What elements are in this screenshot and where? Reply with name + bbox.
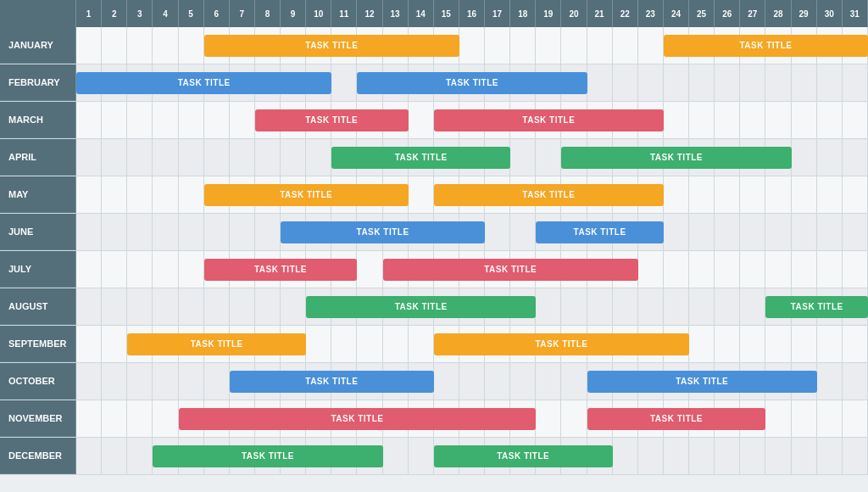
grid-cell [485,363,510,400]
grid-cell [689,326,715,362]
task-bar[interactable]: TASK TITLE [765,296,868,318]
gantt-row-august: AUGUSTTASK TITLETASK TITLE [0,288,868,326]
task-bar[interactable]: TASK TITLE [255,109,409,131]
grid-cell [765,102,791,138]
grid-cell [383,326,409,362]
grid-cell [561,288,587,325]
gantt-row-november: NOVEMBERTASK TITLETASK TITLE [0,400,868,438]
day-header-4: 4 [153,0,178,27]
task-bar[interactable]: TASK TITLE [587,408,766,430]
task-bar[interactable]: TASK TITLE [434,184,664,206]
day-header-13: 13 [383,0,409,27]
gantt-row-september: SEPTEMBERTASK TITLETASK TITLE [0,326,868,363]
grid-cell [664,214,689,250]
task-bar[interactable]: TASK TITLE [230,371,434,393]
month-label-november: NOVEMBER [0,400,76,437]
grid-cell [204,363,230,400]
day-header-10: 10 [306,0,331,27]
grid-cell [331,64,357,101]
grid-cell [792,326,817,362]
task-bar[interactable]: TASK TITLE [561,147,791,169]
grid-cell [689,176,715,213]
grid-cell [536,139,561,176]
grid-cell [817,64,843,101]
grid-cell [536,27,561,64]
task-bar[interactable]: TASK TITLE [153,445,382,467]
day-header-8: 8 [255,0,281,27]
task-bar[interactable]: TASK TITLE [536,221,664,243]
day-header-14: 14 [409,0,434,27]
task-bar[interactable]: TASK TITLE [383,259,638,281]
task-bar[interactable]: TASK TITLE [179,408,537,430]
grid-cell [76,288,102,325]
grid-cell [127,139,153,176]
row-grid-april: TASK TITLETASK TITLE [76,139,868,176]
day-header-26: 26 [715,0,740,27]
day-header-28: 28 [765,0,791,27]
task-bar[interactable]: TASK TITLE [664,35,868,57]
grid-cell [357,326,382,362]
grid-cell [817,400,843,437]
task-bar[interactable]: TASK TITLE [204,35,459,57]
gantt-row-december: DECEMBERTASK TITLETASK TITLE [0,438,868,475]
grid-cell [127,438,153,474]
task-bar[interactable]: TASK TITLE [306,296,536,318]
day-header-2: 2 [102,0,127,27]
grid-cell [331,326,357,362]
task-bar[interactable]: TASK TITLE [76,72,331,94]
grid-cell [102,288,127,325]
gantt-chart: 1234567891011121314151617181920212223242… [0,0,868,492]
grid-cell [561,27,587,64]
grid-cell [792,214,817,250]
day-header-23: 23 [638,0,664,27]
grid-cell [587,64,613,101]
task-bar[interactable]: TASK TITLE [204,259,358,281]
day-header-1: 1 [76,0,102,27]
grid-cell [843,214,868,250]
grid-cell [740,438,765,474]
grid-cell [664,288,689,325]
grid-cell [179,363,204,400]
task-bar[interactable]: TASK TITLE [331,147,510,169]
day-header-18: 18 [510,0,536,27]
day-header-5: 5 [179,0,204,27]
task-bar[interactable]: TASK TITLE [127,333,306,355]
task-bar[interactable]: TASK TITLE [434,333,689,355]
grid-cell [102,102,127,138]
grid-cell [689,214,715,250]
grid-cell [765,438,791,474]
grid-cell [459,363,485,400]
grid-cell [740,326,765,362]
grid-cell [76,102,102,138]
grid-cell [613,27,638,64]
grid-cell [638,288,664,325]
task-bar[interactable]: TASK TITLE [434,109,664,131]
task-bar[interactable]: TASK TITLE [587,371,817,393]
grid-cell [664,251,689,288]
grid-cell [255,139,281,176]
gantt-header: 1234567891011121314151617181920212223242… [0,0,868,27]
day-header-29: 29 [792,0,817,27]
day-header-20: 20 [561,0,587,27]
month-label-september: SEPTEMBER [0,326,76,362]
task-bar[interactable]: TASK TITLE [434,445,613,467]
grid-cell [76,176,102,213]
gantt-row-march: MARCHTASK TITLETASK TITLE [0,102,868,139]
task-bar[interactable]: TASK TITLE [357,72,587,94]
grid-cell [536,400,561,437]
grid-cell [434,363,459,400]
grid-cell [306,139,331,176]
grid-cell [153,288,178,325]
row-grid-february: TASK TITLETASK TITLE [76,64,868,101]
grid-cell [179,102,204,138]
day-header-3: 3 [127,0,153,27]
task-bar[interactable]: TASK TITLE [281,221,485,243]
grid-cell [153,400,178,437]
task-bar[interactable]: TASK TITLE [204,184,409,206]
grid-cell [613,288,638,325]
grid-cell [843,102,868,138]
grid-cell [843,363,868,400]
row-grid-october: TASK TITLETASK TITLE [76,363,868,400]
grid-cell [179,139,204,176]
grid-cell [306,326,331,362]
